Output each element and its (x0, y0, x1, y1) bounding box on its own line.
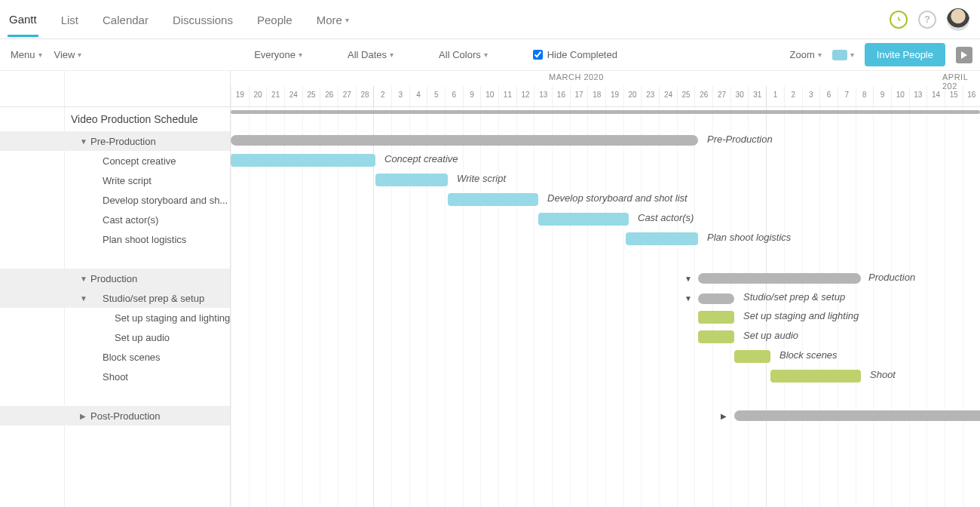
bar-cast[interactable] (538, 213, 629, 226)
filter-dates-label: All Dates (348, 49, 387, 60)
group-postproduction[interactable]: ▶ Post-Production (0, 406, 230, 426)
group-preproduction[interactable]: ▼ Pre-Production (0, 131, 230, 151)
group-label: Production (90, 273, 137, 284)
filter-people-label: Everyone (254, 49, 296, 60)
day-header-cell: 24 (659, 86, 677, 106)
task-row-staging[interactable]: Set up staging and lighting (0, 308, 230, 327)
bar-label: Plan shoot logistics (707, 232, 791, 243)
day-header-cell: 13 (534, 86, 552, 106)
toolbar: Menu ▾ View ▾ Everyone ▾ All Dates ▾ All… (0, 39, 980, 71)
bar-postproduction[interactable] (734, 410, 980, 421)
zoom-color-button[interactable]: ▾ (832, 50, 854, 60)
bar-label: Concept creative (384, 153, 458, 164)
bar-studio[interactable] (698, 293, 734, 304)
bar-staging[interactable] (698, 311, 734, 324)
chevron-down-icon: ▾ (390, 51, 394, 59)
task-label: Block scenes (103, 352, 161, 363)
collapse-icon[interactable]: ▼ (80, 137, 87, 146)
help-icon[interactable]: ? (918, 11, 936, 29)
day-header-cell: 10 (891, 86, 909, 106)
chevron-down-icon: ▾ (850, 51, 854, 59)
project-title-row: Video Production Schedule (0, 107, 230, 131)
day-header-cell: 25 (302, 86, 320, 106)
collapse-icon[interactable]: ▼ (80, 275, 87, 283)
view-label: View (54, 49, 75, 60)
day-header-cell: 19 (605, 86, 623, 106)
bar-logistics[interactable] (626, 232, 698, 245)
task-row-storyboard[interactable]: Develop storyboard and sh... (0, 190, 230, 210)
tab-more[interactable]: More ▾ (315, 2, 351, 37)
filter-colors[interactable]: All Colors ▾ (439, 49, 488, 60)
day-header-cell: 11 (498, 86, 516, 106)
day-header-cell: 25 (677, 86, 695, 106)
bar-storyboard[interactable] (448, 193, 538, 206)
bar-shoot[interactable] (770, 370, 861, 383)
avatar[interactable] (947, 8, 969, 31)
tab-gantt[interactable]: Gantt (8, 2, 38, 37)
tab-people[interactable]: People (256, 2, 294, 37)
tab-list[interactable]: List (60, 2, 80, 37)
timeline-header: MARCH 2020 APRIL 202 1920212425262728234… (231, 71, 980, 107)
bar-preproduction[interactable] (231, 135, 698, 146)
task-row-cast[interactable]: Cast actor(s) (0, 210, 230, 229)
filter-dates[interactable]: All Dates ▾ (348, 49, 394, 60)
day-header-cell: 24 (284, 86, 302, 106)
group-label: Studio/set prep & setup (103, 293, 204, 304)
task-row-script[interactable]: Write script (0, 171, 230, 190)
group-production[interactable]: ▼ Production (0, 269, 230, 288)
tab-calendar[interactable]: Calendar (101, 2, 150, 37)
tab-discussions[interactable]: Discussions (171, 2, 234, 37)
timeline-pane[interactable]: MARCH 2020 APRIL 202 1920212425262728234… (231, 71, 980, 507)
group-studio[interactable]: ▼ Studio/set prep & setup (0, 288, 230, 308)
expand-icon[interactable]: ▶ (80, 412, 86, 420)
month-row: MARCH 2020 APRIL 202 (231, 71, 980, 86)
day-row: 1920212425262728234569101112131617181920… (231, 86, 980, 106)
chevron-down-icon: ▾ (299, 51, 302, 59)
task-row-audio[interactable]: Set up audio (0, 327, 230, 347)
task-row-logistics[interactable]: Plan shoot logistics (0, 229, 230, 249)
day-header-cell: 13 (909, 86, 927, 106)
timeline-overview-bar (231, 110, 980, 114)
task-label: Set up audio (115, 332, 170, 343)
bar-script[interactable] (375, 174, 448, 186)
day-header-cell: 1 (766, 86, 784, 106)
day-header-cell: 26 (320, 86, 338, 106)
bar-label: Write script (457, 173, 506, 184)
color-swatch (832, 50, 847, 60)
invite-people-button[interactable]: Invite People (865, 43, 945, 66)
month-label: MARCH 2020 (549, 72, 604, 81)
menu-button[interactable]: Menu ▾ (11, 49, 42, 60)
collapse-icon[interactable]: ▼ (684, 275, 692, 283)
day-header-cell: 10 (480, 86, 498, 106)
export-icon[interactable] (956, 47, 972, 63)
bar-production[interactable] (698, 273, 861, 284)
zoom-label: Zoom (790, 49, 815, 60)
hide-completed-toggle[interactable]: Hide Completed (533, 49, 617, 60)
day-header-cell: 3 (391, 86, 409, 106)
top-nav: Gantt List Calendar Discussions People M… (0, 0, 980, 39)
day-header-cell: 20 (623, 86, 642, 106)
day-header-cell: 9 (463, 86, 481, 106)
expand-icon[interactable]: ▶ (721, 412, 727, 420)
day-header-cell: 30 (730, 86, 749, 106)
task-row-concept[interactable]: Concept creative (0, 151, 230, 171)
zoom-button[interactable]: Zoom ▾ (790, 49, 822, 60)
bar-concept[interactable] (231, 154, 375, 167)
day-header-cell: 12 (516, 86, 534, 106)
grid-background (231, 107, 980, 507)
collapse-icon[interactable]: ▼ (80, 294, 87, 303)
bar-audio[interactable] (698, 330, 734, 343)
day-header-cell: 26 (694, 86, 712, 106)
day-header-cell: 27 (338, 86, 356, 106)
task-row-shoot[interactable]: Shoot (0, 367, 230, 386)
day-header-cell: 3 (802, 86, 820, 106)
collapse-icon[interactable]: ▼ (684, 294, 692, 303)
activity-icon[interactable] (890, 11, 908, 29)
month-label: APRIL 202 (942, 72, 980, 91)
hide-completed-checkbox[interactable] (533, 50, 543, 60)
view-button[interactable]: View ▾ (54, 49, 82, 60)
task-row-block[interactable]: Block scenes (0, 347, 230, 367)
filter-people[interactable]: Everyone ▾ (254, 49, 302, 60)
group-label: Pre-Production (90, 136, 156, 147)
bar-block[interactable] (734, 350, 770, 363)
